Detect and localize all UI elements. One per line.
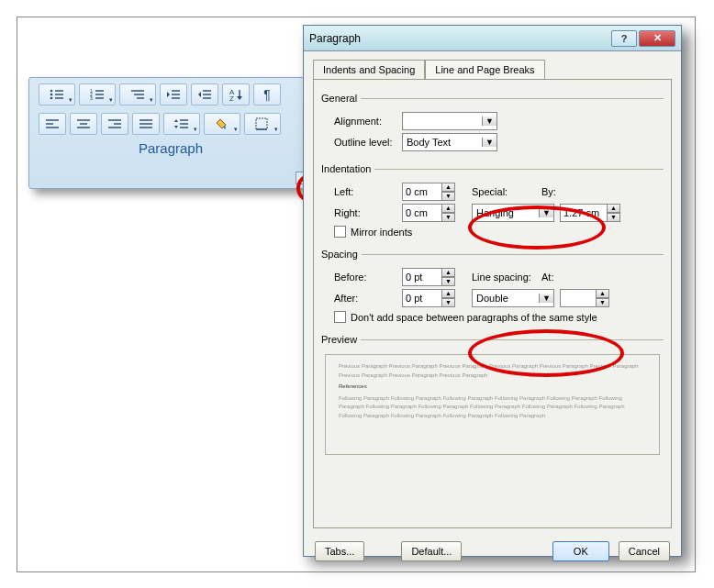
dialog-title: Paragraph bbox=[309, 32, 609, 45]
multilevel-list-button[interactable] bbox=[119, 83, 156, 105]
svg-marker-15 bbox=[167, 92, 170, 97]
show-marks-button[interactable]: ¶ bbox=[253, 83, 281, 105]
align-right-icon bbox=[106, 116, 123, 131]
tab-line-page-breaks[interactable]: Line and Page Breaks bbox=[425, 60, 544, 80]
svg-marker-26 bbox=[237, 96, 242, 100]
mirror-indents-checkbox[interactable]: Mirror indents bbox=[334, 226, 664, 238]
svg-text:3: 3 bbox=[90, 95, 93, 101]
sort-button[interactable]: AZ bbox=[222, 83, 250, 105]
at-spinner[interactable]: ▲▼ bbox=[560, 289, 609, 307]
before-label: Before: bbox=[334, 272, 402, 283]
outline-combo[interactable]: Body Text▼ bbox=[402, 133, 497, 151]
chevron-down-icon: ▼ bbox=[539, 294, 553, 303]
chevron-down-icon: ▼ bbox=[539, 208, 553, 217]
preview-legend: Preview bbox=[321, 334, 361, 345]
left-spinner[interactable]: ▲▼ bbox=[402, 183, 455, 201]
shading-icon bbox=[214, 116, 230, 131]
line-spacing-button[interactable] bbox=[163, 113, 200, 135]
chevron-down-icon: ▼ bbox=[482, 116, 496, 126]
sort-icon: AZ bbox=[228, 87, 244, 102]
cancel-button[interactable]: Cancel bbox=[619, 541, 670, 561]
dialog-titlebar[interactable]: Paragraph ? ✕ bbox=[304, 26, 681, 51]
numbering-button[interactable]: 123 bbox=[79, 83, 116, 105]
shading-button[interactable] bbox=[204, 113, 240, 135]
close-button[interactable]: ✕ bbox=[639, 30, 675, 47]
svg-marker-19 bbox=[198, 92, 201, 97]
align-left-button[interactable] bbox=[39, 113, 66, 135]
svg-rect-44 bbox=[256, 118, 267, 129]
svg-point-2 bbox=[50, 94, 53, 96]
after-spinner[interactable]: ▲▼ bbox=[402, 289, 455, 307]
tab-indents-spacing[interactable]: Indents and Spacing bbox=[313, 60, 425, 80]
align-right-button[interactable] bbox=[101, 113, 128, 135]
general-legend: General bbox=[321, 93, 361, 104]
svg-text:Z: Z bbox=[229, 94, 234, 102]
spacing-legend: Spacing bbox=[321, 249, 362, 260]
noadd-space-checkbox[interactable]: Don't add space between paragraphs of th… bbox=[334, 311, 664, 323]
before-spinner[interactable]: ▲▼ bbox=[402, 268, 455, 286]
alignment-combo[interactable]: ▼ bbox=[402, 112, 497, 130]
linespacing-label: Line spacing: bbox=[472, 272, 541, 283]
justify-button[interactable] bbox=[132, 113, 160, 135]
indentation-legend: Indentation bbox=[321, 163, 374, 174]
left-label: Left: bbox=[334, 186, 402, 197]
tabs-button[interactable]: Tabs... bbox=[315, 541, 364, 561]
borders-icon bbox=[254, 116, 271, 131]
svg-point-0 bbox=[50, 90, 53, 93]
justify-icon bbox=[138, 116, 154, 131]
align-center-icon bbox=[75, 116, 92, 131]
increase-indent-button[interactable] bbox=[191, 83, 218, 105]
align-center-button[interactable] bbox=[70, 113, 97, 135]
numbering-icon: 123 bbox=[89, 87, 106, 102]
bullets-button[interactable] bbox=[39, 83, 75, 105]
decrease-indent-button[interactable] bbox=[160, 83, 187, 105]
svg-marker-42 bbox=[174, 119, 178, 122]
multilevel-icon bbox=[129, 87, 146, 102]
ribbon-group-title: Paragraph bbox=[29, 137, 312, 156]
linespacing-combo[interactable]: Double▼ bbox=[472, 289, 554, 307]
decrease-indent-icon bbox=[165, 87, 182, 102]
svg-point-4 bbox=[50, 97, 53, 100]
ribbon-paragraph-group: 123 AZ ¶ Paragraph ◢ bbox=[28, 77, 313, 189]
pilcrow-icon: ¶ bbox=[263, 87, 271, 102]
chevron-down-icon: ▼ bbox=[482, 138, 496, 147]
preview-pane: Previous Paragraph Previous Paragraph Pr… bbox=[325, 354, 660, 455]
after-label: After: bbox=[334, 293, 402, 304]
special-combo[interactable]: Hanging▼ bbox=[472, 204, 554, 222]
special-label: Special: bbox=[472, 186, 541, 197]
borders-button[interactable] bbox=[244, 113, 281, 135]
at-label: At: bbox=[541, 272, 578, 283]
right-label: Right: bbox=[334, 207, 402, 218]
align-left-icon bbox=[44, 116, 61, 131]
paragraph-dialog: Paragraph ? ✕ Indents and Spacing Line a… bbox=[303, 25, 682, 557]
svg-marker-43 bbox=[174, 126, 178, 128]
increase-indent-icon bbox=[196, 87, 213, 102]
bullets-icon bbox=[49, 87, 65, 102]
ok-button[interactable]: OK bbox=[552, 541, 609, 561]
default-button[interactable]: Default... bbox=[401, 541, 462, 561]
help-button[interactable]: ? bbox=[611, 30, 637, 47]
by-spinner[interactable]: ▲▼ bbox=[560, 204, 620, 222]
outline-label: Outline level: bbox=[334, 137, 402, 148]
by-label: By: bbox=[541, 186, 578, 197]
line-spacing-icon bbox=[173, 116, 190, 131]
alignment-label: Alignment: bbox=[334, 116, 402, 127]
right-spinner[interactable]: ▲▼ bbox=[402, 204, 455, 222]
